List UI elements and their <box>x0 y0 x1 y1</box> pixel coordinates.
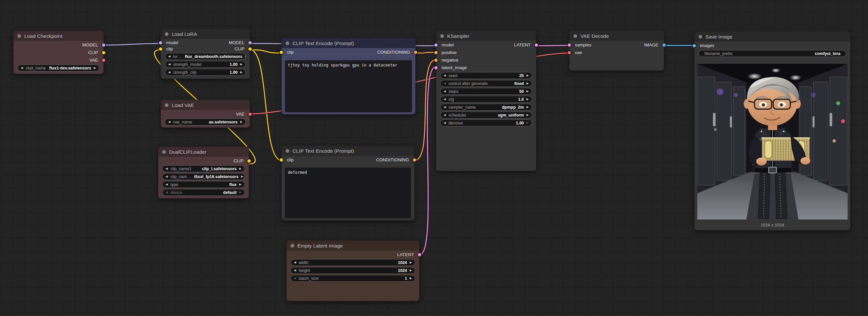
widget-steps[interactable]: ◀ steps 50 ▶ <box>440 88 532 95</box>
port-samples-input[interactable] <box>567 44 571 47</box>
port-model-output[interactable] <box>248 41 252 45</box>
left-arrow-icon[interactable]: ◀ <box>443 114 446 117</box>
left-arrow-icon[interactable]: ◀ <box>443 74 446 77</box>
widget-clip-name1[interactable]: ◀ clip_name1 clip_l.safetensors ▶ <box>162 165 245 172</box>
node-graph-canvas[interactable]: Load Checkpoint MODEL CLIP VAE ◀ ckpt_na… <box>0 0 868 316</box>
port-vae-output[interactable] <box>102 59 105 62</box>
port-latent-output[interactable] <box>535 44 538 47</box>
port-model-output[interactable] <box>102 44 105 47</box>
port-negative-input[interactable] <box>434 59 438 62</box>
widget-height[interactable]: ◀ height 1024 ▶ <box>290 267 415 274</box>
widget-batch-size[interactable]: ◀ batch_size 1 ▶ <box>290 275 415 282</box>
node-header[interactable]: VAE Decode <box>569 31 664 41</box>
port-vae-output[interactable] <box>248 113 252 116</box>
node-header[interactable]: KSampler <box>436 31 536 41</box>
left-arrow-icon[interactable]: ◀ <box>165 175 168 178</box>
left-arrow-icon[interactable]: ◀ <box>443 90 446 93</box>
node-save-image[interactable]: Save Image images filename_prefix comfyu… <box>694 31 850 230</box>
node-ksampler[interactable]: KSampler model LATENT positive negative … <box>436 31 536 171</box>
left-arrow-icon[interactable]: ◀ <box>168 120 170 123</box>
right-arrow-icon[interactable]: ▶ <box>526 106 529 109</box>
node-vae-decode[interactable]: VAE Decode samples IMAGE vae <box>569 31 664 71</box>
node-load-vae[interactable]: Load VAE VAE ◀ vae_name ae.safetensors ▶ <box>161 100 250 128</box>
widget-strength-clip[interactable]: ◀ strength_clip 1.00 ▶ <box>165 69 246 76</box>
port-vae-input[interactable] <box>567 51 571 54</box>
left-arrow-icon[interactable]: ◀ <box>443 106 446 109</box>
node-header[interactable]: Load Checkpoint <box>13 31 103 41</box>
widget-strength-model[interactable]: ◀ strength_model 1.00 ▶ <box>165 61 246 68</box>
left-arrow-icon[interactable]: ◀ <box>165 183 168 186</box>
right-arrow-icon[interactable]: ▶ <box>240 63 243 66</box>
right-arrow-icon[interactable]: ▶ <box>526 90 529 93</box>
node-header[interactable]: Load LoRA <box>161 29 250 39</box>
port-conditioning-output[interactable] <box>413 158 416 162</box>
left-arrow-icon[interactable]: ◀ <box>168 71 170 74</box>
left-arrow-icon[interactable]: ◀ <box>294 261 296 264</box>
port-latent-output[interactable] <box>418 253 421 256</box>
port-positive-input[interactable] <box>434 51 438 54</box>
node-dual-clip-loader[interactable]: DualCLIPLoader CLIP ◀ clip_name1 clip_l.… <box>158 146 249 199</box>
left-arrow-icon[interactable]: ◀ <box>294 269 296 272</box>
widget-sampler-name[interactable]: ◀ sampler_name dpmpp_2m ▶ <box>440 104 532 111</box>
widget-clip-name2[interactable]: ◀ clip_nam ... t5xxl_fp16.safetensors ▶ <box>162 173 245 180</box>
port-clip-output[interactable] <box>247 159 251 163</box>
port-model-input[interactable] <box>434 44 438 47</box>
widget-seed[interactable]: ◀ seed 25 ▶ <box>440 72 532 79</box>
right-arrow-icon[interactable]: ▶ <box>410 277 412 280</box>
node-clip-text-encode-negative[interactable]: CLIP Text Encode (Prompt) clip CONDITION… <box>281 145 414 221</box>
node-load-lora[interactable]: Load LoRA model MODEL clip CLIP ◀ lor ..… <box>161 29 250 79</box>
widget-scheduler[interactable]: ◀ scheduler sgm_uniform ▶ <box>440 112 532 118</box>
right-arrow-icon[interactable]: ▶ <box>241 175 244 178</box>
node-clip-text-encode-positive[interactable]: CLIP Text Encode (Prompt) clip CONDITION… <box>281 38 415 115</box>
port-image-output[interactable] <box>662 44 665 47</box>
port-clip-input[interactable] <box>159 48 162 51</box>
node-header[interactable]: Empty Latent Image <box>287 240 419 251</box>
widget-type[interactable]: ◀ type flux ▶ <box>162 181 245 188</box>
port-images-input[interactable] <box>693 44 696 48</box>
right-arrow-icon[interactable]: ▶ <box>94 66 96 69</box>
right-arrow-icon[interactable]: ▶ <box>245 55 246 58</box>
widget-lora-name[interactable]: ◀ lor ... flux_dreambooth.safetensors ▶ <box>165 53 246 60</box>
left-arrow-icon[interactable]: ◀ <box>168 63 170 66</box>
port-clip-input[interactable] <box>280 51 283 54</box>
widget-cfg[interactable]: ◀ cfg 1.0 ▶ <box>440 96 532 103</box>
right-arrow-icon[interactable]: ▶ <box>239 191 242 194</box>
right-arrow-icon[interactable]: ▶ <box>526 114 529 117</box>
node-header[interactable]: Load VAE <box>161 100 250 110</box>
right-arrow-icon[interactable]: ▶ <box>526 98 529 101</box>
node-header[interactable]: Save Image <box>694 32 850 41</box>
right-arrow-icon[interactable]: ▶ <box>240 120 243 123</box>
widget-device[interactable]: ◀ device default ▶ <box>162 189 245 196</box>
port-clip-input[interactable] <box>280 158 283 162</box>
left-arrow-icon[interactable]: ◀ <box>165 191 168 194</box>
left-arrow-icon[interactable]: ◀ <box>165 167 168 170</box>
right-arrow-icon[interactable]: ▶ <box>240 71 243 74</box>
port-clip-output[interactable] <box>248 48 252 51</box>
node-empty-latent-image[interactable]: Empty Latent Image LATENT ◀ width 1024 ▶… <box>286 240 420 301</box>
right-arrow-icon[interactable]: ▶ <box>239 167 242 170</box>
prompt-textarea[interactable]: deformed <box>285 168 411 218</box>
widget-denoise[interactable]: ◀ denoise 1.00 ▶ <box>440 119 532 126</box>
widget-control-after-generate[interactable]: ◀ control after generate fixed ▶ <box>440 80 532 87</box>
left-arrow-icon[interactable]: ◀ <box>443 98 446 101</box>
node-load-checkpoint[interactable]: Load Checkpoint MODEL CLIP VAE ◀ ckpt_na… <box>13 31 104 74</box>
port-latent-image-input[interactable] <box>434 66 438 69</box>
port-conditioning-output[interactable] <box>414 51 417 54</box>
widget-ckpt-name[interactable]: ◀ ckpt_name flux1-dev.safetensors ▶ <box>18 64 99 71</box>
right-arrow-icon[interactable]: ▶ <box>526 74 529 77</box>
left-arrow-icon[interactable]: ◀ <box>443 121 446 124</box>
right-arrow-icon[interactable]: ▶ <box>526 121 529 124</box>
right-arrow-icon[interactable]: ▶ <box>239 183 242 186</box>
left-arrow-icon[interactable]: ◀ <box>168 55 170 58</box>
node-header[interactable]: CLIP Text Encode (Prompt) <box>282 146 414 156</box>
port-model-input[interactable] <box>159 41 162 45</box>
widget-vae-name[interactable]: ◀ vae_name ae.safetensors ▶ <box>165 118 246 125</box>
right-arrow-icon[interactable]: ▶ <box>410 261 412 264</box>
left-arrow-icon[interactable]: ◀ <box>294 277 296 280</box>
right-arrow-icon[interactable]: ▶ <box>410 269 412 272</box>
widget-filename-prefix[interactable]: filename_prefix comfyui_lora <box>699 50 846 57</box>
right-arrow-icon[interactable]: ▶ <box>526 82 529 85</box>
port-clip-output[interactable] <box>102 51 105 54</box>
left-arrow-icon[interactable]: ◀ <box>443 82 446 85</box>
node-header[interactable]: DualCLIPLoader <box>158 147 249 157</box>
